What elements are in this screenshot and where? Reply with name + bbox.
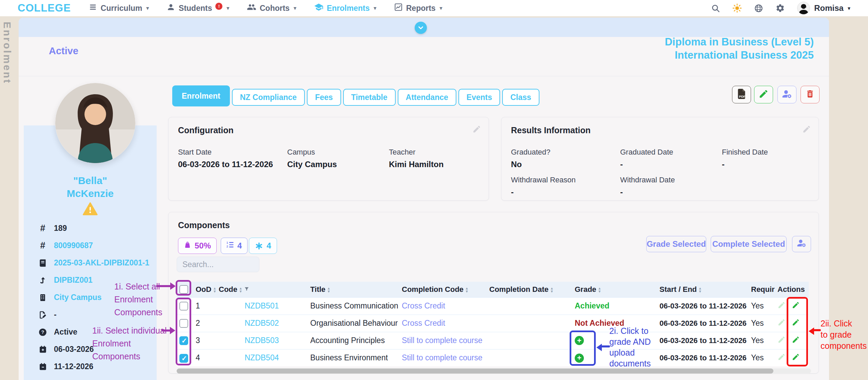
col-code[interactable]: Code▴▾ (216, 282, 308, 297)
nav-cohorts[interactable]: Cohorts ▾ (247, 2, 296, 14)
component-count-badge[interactable]: 12 4 (221, 238, 248, 254)
grade-selected-button[interactable]: Grade Selected (646, 236, 706, 252)
completion-code-link[interactable]: Cross Credit (402, 301, 445, 310)
component-code-link[interactable]: NZDB502 (245, 319, 279, 327)
tab-nz-compliance[interactable]: NZ Compliance (232, 89, 305, 106)
select-all-checkbox[interactable] (179, 285, 188, 294)
programme-code-link[interactable]: DIPBIZ001 (54, 276, 93, 285)
warning-icon[interactable] (83, 202, 98, 216)
nav-enrolments[interactable]: Enrolments ▾ (314, 2, 376, 14)
grade-component-icon[interactable] (792, 319, 800, 328)
edit-component-icon[interactable] (777, 319, 786, 328)
question-icon: ? (38, 328, 48, 337)
scrollbar-thumb[interactable] (177, 368, 773, 374)
chevron-down-icon: ▾ (848, 5, 850, 12)
edit-configuration-icon[interactable] (472, 125, 481, 135)
chevron-down-icon: ▾ (146, 5, 149, 11)
edit-component-icon[interactable] (777, 302, 786, 311)
file-pen-icon (38, 311, 48, 319)
grade-component-icon[interactable] (792, 337, 800, 345)
edit-enrolment-button[interactable] (754, 86, 773, 103)
col-completion-date[interactable]: Completion Date▴▾ (487, 282, 572, 297)
manage-user-button[interactable] (777, 86, 796, 103)
globe-icon[interactable] (754, 4, 763, 13)
list-item: 06-03-2026 (38, 341, 150, 358)
start-date-value: 06-03-2026 (54, 345, 94, 354)
tab-events[interactable]: Events (458, 89, 500, 106)
grade-component-icon[interactable] (792, 302, 800, 311)
completion-date-cell (487, 349, 572, 366)
components-panel: Components 50% 12 4 ∗ 4 Grade Selected C… (168, 212, 819, 374)
bulk-user-gear-button[interactable] (792, 236, 811, 252)
edit-component-icon[interactable] (777, 337, 786, 345)
nav-label: Cohorts (260, 4, 290, 13)
tab-class[interactable]: Class (502, 89, 539, 106)
delete-enrolment-button[interactable] (801, 86, 820, 103)
sort-icon: ▴▾ (599, 287, 601, 293)
campus-link[interactable]: City Campus (54, 293, 102, 302)
tab-timetable[interactable]: Timetable (343, 89, 396, 106)
nav-label: Reports (406, 4, 436, 13)
badge-value: 50% (195, 241, 211, 251)
credits-percent-badge[interactable]: 50% (178, 238, 217, 254)
row-checkbox[interactable] (179, 302, 188, 311)
asterisk-icon: ∗ (255, 242, 263, 249)
collapse-chevron-button[interactable] (415, 22, 427, 34)
nav-curriculum[interactable]: Curriculum ▾ (88, 3, 149, 14)
component-code-link[interactable]: NZDB504 (245, 353, 279, 362)
grade-component-icon[interactable] (792, 354, 800, 363)
list-item: - (38, 306, 150, 323)
completion-code-link[interactable]: Still to complete course (402, 353, 482, 362)
tab-attendance[interactable]: Attendance (398, 89, 456, 106)
gear-icon[interactable] (775, 3, 785, 13)
completion-code-link[interactable]: Still to complete course (402, 336, 482, 345)
start-end-cell: 06-03-2026 to 11-12-2026 (659, 354, 747, 362)
search-icon[interactable] (711, 4, 720, 13)
completion-code-link[interactable]: Cross Credit (402, 319, 445, 327)
cohort-code-link[interactable]: 2025-03-AKL-DIPBIZ001-1 (54, 258, 149, 267)
student-detail-list: # 189 # 800990687 2025-03-AKL-DIPBIZ001-… (38, 220, 150, 375)
student-name: "Bella" McKenzie (24, 174, 157, 200)
export-pdf-button[interactable]: PDF (732, 86, 751, 103)
theme-sun-icon[interactable] (732, 3, 742, 13)
badge-value: 4 (237, 241, 242, 251)
row-checkbox[interactable] (179, 319, 188, 328)
user-menu[interactable]: Romisa ▾ (797, 2, 850, 15)
list-item: 11-12-2026 (38, 358, 150, 375)
start-end-cell: 06-03-2026 to 11-12-2026 (659, 336, 747, 345)
row-checkbox[interactable] (179, 354, 188, 363)
horizontal-scrollbar[interactable] (177, 368, 811, 374)
row-checkbox[interactable] (179, 336, 188, 345)
col-completion-code[interactable]: Completion Code▴▾ (399, 282, 487, 297)
col-title[interactable]: Title▴▾ (308, 282, 399, 297)
required-cell: Yes (748, 315, 775, 332)
tab-fees[interactable]: Fees (307, 89, 341, 106)
edit-results-icon[interactable] (802, 125, 811, 135)
component-code-link[interactable]: NZDB501 (245, 301, 279, 310)
component-code-link[interactable]: NZDB503 (245, 336, 279, 345)
complete-selected-button[interactable]: Complete Selected (711, 236, 787, 252)
grade-value: Not Achieved (575, 319, 624, 327)
grade-value: Achieved (575, 301, 609, 310)
components-search-input[interactable] (177, 257, 259, 272)
list-item: DIPBIZ001 (38, 272, 150, 289)
user-name: Romisa (814, 3, 844, 13)
student-nsn-link[interactable]: 800990687 (54, 241, 93, 250)
add-grade-button[interactable]: + (575, 354, 584, 363)
title-cell: Business Communication (308, 297, 399, 315)
col-grade[interactable]: Grade▴▾ (572, 282, 657, 297)
col-start-end[interactable]: Start / End▴▾ (657, 282, 748, 297)
nav-students[interactable]: Students ! ▾ (166, 3, 229, 14)
nav-reports[interactable]: Reports ▾ (394, 3, 442, 14)
ordered-list-icon: 12 (226, 241, 234, 251)
required-count-badge[interactable]: ∗ 4 (249, 238, 277, 254)
add-grade-button[interactable]: + (575, 336, 584, 345)
filter-icon[interactable] (244, 285, 250, 294)
table-row: 1 NZDB501 Business Communication Cross C… (177, 297, 809, 315)
student-internal-id: 189 (54, 224, 67, 233)
edit-component-icon[interactable] (777, 354, 786, 363)
weight-icon (184, 241, 191, 251)
col-ood[interactable]: OoD▴▾ (193, 282, 216, 297)
components-table: OoD▴▾ Code▴▾ Title▴▾ Completion Code▴▾ C… (177, 282, 809, 366)
tab-enrolment[interactable]: Enrolment (172, 85, 230, 106)
